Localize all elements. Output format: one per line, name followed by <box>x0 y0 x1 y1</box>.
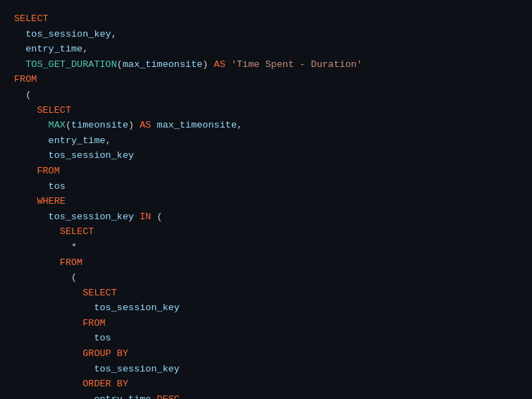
code-editor: SELECT tos_session_key, entry_time, TOS_… <box>0 0 532 399</box>
code-content: SELECT tos_session_key, entry_time, TOS_… <box>14 11 518 399</box>
